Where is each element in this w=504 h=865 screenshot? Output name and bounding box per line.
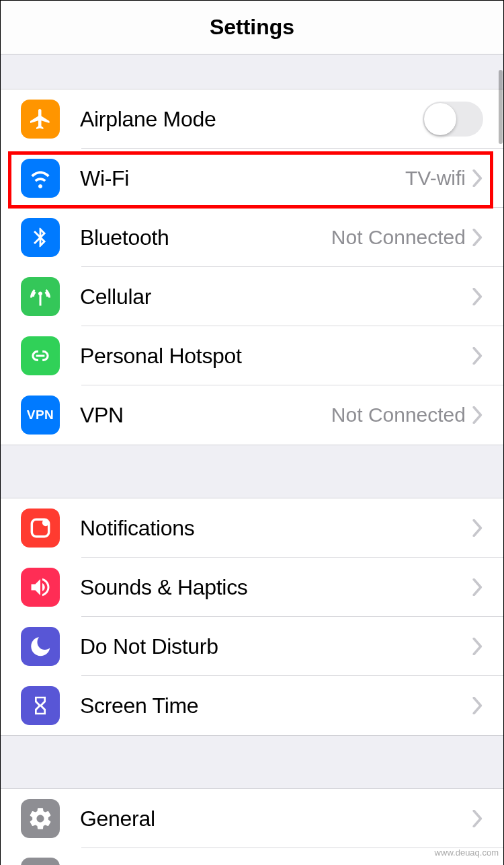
row-bluetooth[interactable]: Bluetooth Not Connected — [1, 208, 503, 267]
row-sounds-haptics[interactable]: Sounds & Haptics — [1, 558, 503, 617]
row-label: Cellular — [80, 285, 472, 309]
row-vpn[interactable]: VPN VPN Not Connected — [1, 385, 503, 445]
scroll-indicator[interactable] — [499, 70, 503, 144]
row-screen-time[interactable]: Screen Time — [1, 676, 503, 735]
hourglass-icon — [21, 686, 60, 725]
chevron-right-icon — [472, 229, 483, 246]
chevron-right-icon — [472, 519, 483, 537]
moon-icon — [21, 627, 60, 666]
sounds-icon — [21, 568, 60, 607]
row-label: Wi-Fi — [80, 166, 405, 191]
row-label: General — [80, 806, 472, 831]
airplane-toggle[interactable] — [423, 102, 483, 137]
chevron-right-icon — [472, 578, 483, 596]
row-label: Sounds & Haptics — [80, 575, 472, 600]
section-connectivity: Airplane Mode Wi-Fi TV-wifi Bluetooth No… — [1, 89, 503, 445]
chevron-right-icon — [472, 288, 483, 305]
row-airplane-mode[interactable]: Airplane Mode — [1, 89, 503, 149]
row-value: Not Connected — [331, 226, 466, 249]
section-general: General Control Center — [1, 789, 503, 865]
hotspot-icon — [21, 336, 60, 375]
watermark-text: www.deuaq.com — [435, 848, 499, 858]
row-value: Not Connected — [331, 404, 466, 426]
row-general[interactable]: General — [1, 789, 503, 848]
row-personal-hotspot[interactable]: Personal Hotspot — [1, 326, 503, 385]
chevron-right-icon — [472, 406, 483, 424]
chevron-right-icon — [472, 170, 483, 187]
page-title: Settings — [210, 15, 294, 40]
chevron-right-icon — [472, 810, 483, 827]
notifications-icon — [21, 509, 60, 548]
vpn-icon: VPN — [21, 396, 60, 435]
svg-point-1 — [42, 519, 49, 526]
row-do-not-disturb[interactable]: Do Not Disturb — [1, 617, 503, 676]
airplane-icon — [21, 100, 60, 139]
control-center-icon — [21, 858, 60, 865]
section-gap — [1, 445, 503, 498]
chevron-right-icon — [472, 347, 483, 365]
row-notifications[interactable]: Notifications — [1, 498, 503, 558]
row-wifi[interactable]: Wi-Fi TV-wifi — [1, 149, 503, 208]
row-cellular[interactable]: Cellular — [1, 267, 503, 326]
navbar: Settings — [1, 1, 503, 54]
row-label: VPN — [80, 403, 331, 428]
cellular-icon — [21, 277, 60, 316]
gear-icon — [21, 799, 60, 838]
section-gap — [1, 54, 503, 89]
row-label: Do Not Disturb — [80, 634, 472, 659]
row-label: Screen Time — [80, 693, 472, 718]
section-interaction: Notifications Sounds & Haptics Do Not Di… — [1, 498, 503, 735]
chevron-right-icon — [472, 697, 483, 714]
row-label: Personal Hotspot — [80, 344, 472, 369]
row-value: TV-wifi — [405, 167, 466, 190]
chevron-right-icon — [472, 638, 483, 655]
row-label: Bluetooth — [80, 225, 331, 250]
row-control-center[interactable]: Control Center — [1, 848, 503, 865]
row-label: Notifications — [80, 516, 472, 541]
wifi-icon — [21, 159, 60, 198]
row-label: Airplane Mode — [80, 107, 423, 132]
section-gap — [1, 735, 503, 789]
bluetooth-icon — [21, 218, 60, 257]
